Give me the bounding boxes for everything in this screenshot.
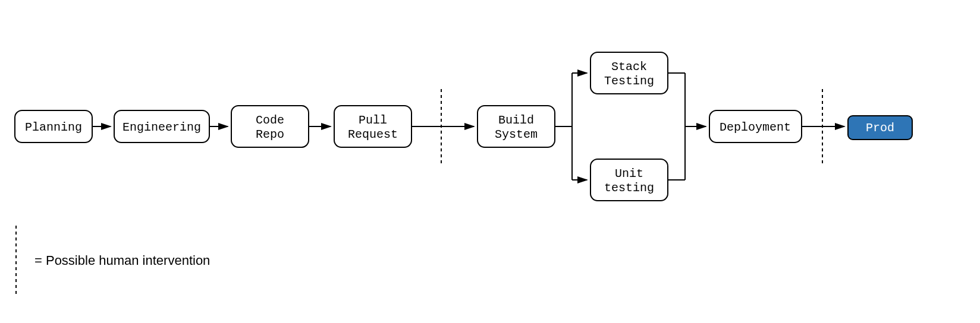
legend-text: = Possible human intervention bbox=[34, 253, 210, 268]
node-planning-label: Planning bbox=[25, 121, 82, 134]
node-stack-testing: Stack Testing bbox=[590, 52, 668, 94]
node-engineering-label: Engineering bbox=[122, 121, 201, 134]
node-deployment: Deployment bbox=[709, 110, 802, 142]
node-build-system: Build System bbox=[478, 106, 555, 147]
node-stack-testing-line1: Stack bbox=[611, 60, 647, 74]
node-code-repo: Code Repo bbox=[231, 106, 309, 147]
node-prod: Prod bbox=[848, 116, 912, 140]
node-planning: Planning bbox=[15, 110, 92, 142]
node-code-repo-line1: Code bbox=[256, 113, 284, 127]
pipeline-diagram: Planning Engineering Code Repo Pull Requ… bbox=[0, 0, 980, 323]
node-prod-label: Prod bbox=[866, 121, 894, 135]
node-deployment-label: Deployment bbox=[720, 121, 791, 134]
node-build-system-line1: Build bbox=[498, 113, 534, 127]
node-build-system-line2: System bbox=[495, 128, 538, 141]
node-engineering: Engineering bbox=[114, 110, 209, 142]
node-unit-testing: Unit testing bbox=[590, 159, 668, 201]
node-pull-request-line1: Pull bbox=[359, 113, 387, 127]
node-pull-request: Pull Request bbox=[334, 106, 412, 147]
node-unit-testing-line2: testing bbox=[604, 181, 654, 195]
node-unit-testing-line1: Unit bbox=[615, 167, 643, 180]
node-stack-testing-line2: Testing bbox=[604, 74, 654, 88]
node-pull-request-line2: Request bbox=[348, 128, 398, 141]
node-code-repo-line2: Repo bbox=[256, 128, 284, 141]
legend: = Possible human intervention bbox=[16, 226, 210, 297]
